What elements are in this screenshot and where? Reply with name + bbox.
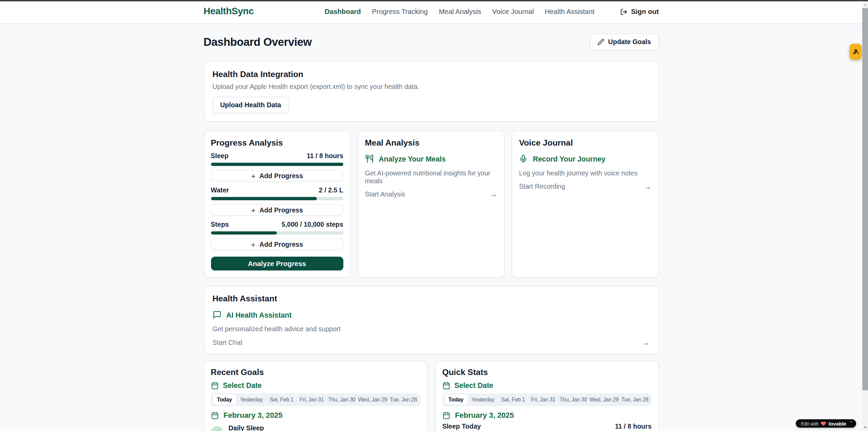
arrow-right-icon: → — [644, 183, 652, 190]
lovable-label: lovable — [829, 420, 846, 427]
tab-thu-jan-30[interactable]: Thu, Jan 30 — [327, 394, 357, 405]
tab-fri-jan-31[interactable]: Fri, Jan 31 — [528, 394, 558, 405]
log-out-icon — [620, 8, 627, 15]
start-analysis-action[interactable]: Start Analysis → — [365, 190, 497, 198]
add-water-progress-button[interactable]: + Add Progress — [211, 204, 343, 216]
nav-health-assistant[interactable]: Health Assistant — [545, 8, 595, 16]
top-nav-bar: HealthSync Dashboard Progress Tracking M… — [0, 0, 862, 24]
recent-goals-selected-date: February 3, 2025 — [211, 411, 420, 419]
tab-today[interactable]: Today — [212, 394, 236, 405]
calendar-icon — [211, 411, 218, 419]
health-assistant-card: Health Assistant AI Health Assistant Get… — [203, 286, 659, 354]
recent-goals-select-date[interactable]: Select Date — [211, 381, 420, 389]
vertical-scrollbar[interactable]: ▲ ▼ — [862, 0, 868, 431]
browser-viewport: HealthSync Dashboard Progress Tracking M… — [0, 0, 868, 431]
main-content: Dashboard Overview Update Goals Health D… — [203, 34, 659, 431]
sleep-progress-fill — [211, 163, 343, 166]
heart-icon — [821, 421, 826, 426]
pencil-icon — [598, 39, 604, 45]
close-icon[interactable]: × — [850, 419, 852, 425]
start-chat-action[interactable]: Start Chat → — [212, 339, 650, 346]
start-recording-action[interactable]: Start Recording → — [519, 183, 652, 190]
meal-analysis-card: Meal Analysis Analyze Your Meals Get AI-… — [358, 131, 505, 278]
steps-label: Steps — [211, 221, 229, 228]
app-logo[interactable]: HealthSync — [203, 6, 254, 17]
add-sleep-progress-button[interactable]: + Add Progress — [211, 170, 343, 181]
calendar-icon — [211, 381, 218, 389]
lovable-editor-fab[interactable] — [850, 44, 862, 60]
arrow-right-icon: → — [490, 190, 497, 198]
quick-stats-select-date[interactable]: Select Date — [442, 381, 652, 389]
update-goals-button[interactable]: Update Goals — [590, 34, 659, 50]
integration-title: Health Data Integration — [212, 69, 650, 79]
tab-wed-jan-29[interactable]: Wed, Jan 29 — [357, 394, 388, 405]
health-assistant-title: Health Assistant — [212, 294, 650, 303]
nav-meal-analysis[interactable]: Meal Analysis — [439, 8, 481, 16]
recent-goals-card: Recent Goals Select Date Today Yesterday… — [203, 361, 427, 431]
healthsync-app: HealthSync Dashboard Progress Tracking M… — [0, 0, 862, 431]
plus-icon: + — [251, 172, 255, 180]
scrollbar-thumb[interactable] — [862, 8, 868, 390]
quick-stats-selected-date: February 3, 2025 — [442, 411, 652, 419]
sleep-label: Sleep — [211, 152, 228, 160]
voice-journal-title: Voice Journal — [519, 138, 652, 147]
microphone-icon — [519, 154, 528, 163]
tab-thu-jan-30[interactable]: Thu, Jan 30 — [558, 394, 588, 405]
quick-stats-date-tabs: Today Yesterday Sat, Feb 1 Fri, Jan 31 T… — [442, 393, 652, 406]
utensils-icon — [365, 154, 374, 163]
add-steps-progress-button[interactable]: + Add Progress — [211, 239, 343, 250]
arrow-right-icon: → — [642, 339, 650, 346]
water-progress-fill — [211, 197, 317, 200]
tab-yesterday[interactable]: Yesterday — [236, 394, 267, 405]
tab-today[interactable]: Today — [444, 394, 468, 405]
bottom-cards-row: Recent Goals Select Date Today Yesterday… — [203, 361, 659, 431]
nav-dashboard[interactable]: Dashboard — [325, 8, 361, 16]
tab-wed-jan-29[interactable]: Wed, Jan 29 — [588, 394, 620, 405]
steps-value: 5,000 / 10,000 steps — [282, 221, 343, 228]
main-nav: Dashboard Progress Tracking Meal Analysi… — [325, 8, 659, 16]
sleep-today-label: Sleep Today — [442, 423, 481, 430]
water-value: 2 / 2.5 L — [319, 186, 343, 194]
sleep-goal: Sleep 11 / 8 hours + Add Progress — [211, 152, 343, 181]
tab-tue-jan-28[interactable]: Tue, Jan 28 — [388, 394, 419, 405]
analyze-progress-button[interactable]: Analyze Progress — [211, 257, 343, 270]
steps-goal: Steps 5,000 / 10,000 steps + Add Progres… — [211, 221, 343, 250]
meal-description: Get AI-powered nutritional insights for … — [365, 169, 497, 185]
chat-bubble-icon — [212, 310, 221, 319]
sleep-today-value: 11 / 8 hours — [615, 423, 652, 430]
plus-icon: + — [251, 240, 255, 248]
progress-analysis-card: Progress Analysis Sleep 11 / 8 hours + A… — [203, 131, 351, 278]
tab-sat-feb-1[interactable]: Sat, Feb 1 — [266, 394, 297, 405]
lovable-logo-icon — [852, 48, 859, 55]
sleep-progress-bar — [211, 163, 343, 166]
voice-journal-card: Voice Journal Record Your Journey Log yo… — [512, 131, 659, 278]
water-progress-bar — [211, 197, 343, 200]
check-icon: ✓ — [211, 426, 223, 431]
scroll-down-arrow[interactable]: ▼ — [862, 425, 868, 430]
record-your-journey-link[interactable]: Record Your Journey — [519, 154, 652, 163]
goal-list-item: ✓ Daily Sleep 11 / 8 hours — [211, 424, 420, 431]
tab-sat-feb-1[interactable]: Sat, Feb 1 — [498, 394, 528, 405]
scroll-up-arrow[interactable]: ▲ — [862, 2, 868, 7]
upload-health-data-button[interactable]: Upload Health Data — [212, 97, 289, 113]
nav-voice-journal[interactable]: Voice Journal — [492, 8, 534, 16]
integration-description: Upload your Apple Health export (export.… — [212, 83, 650, 91]
nav-progress-tracking[interactable]: Progress Tracking — [372, 8, 428, 16]
ai-health-assistant-link[interactable]: AI Health Assistant — [212, 310, 650, 319]
tab-yesterday[interactable]: Yesterday — [468, 394, 498, 405]
meal-analysis-title: Meal Analysis — [365, 138, 497, 147]
water-goal: Water 2 / 2.5 L + Add Progress — [211, 186, 343, 215]
tab-fri-jan-31[interactable]: Fri, Jan 31 — [297, 394, 327, 405]
sign-out-button[interactable]: Sign out — [620, 8, 659, 16]
sleep-value: 11 / 8 hours — [307, 152, 343, 160]
steps-progress-bar — [211, 231, 343, 235]
page-title: Dashboard Overview — [203, 36, 312, 48]
analyze-your-meals-link[interactable]: Analyze Your Meals — [365, 154, 497, 163]
quick-stats-title: Quick Stats — [442, 367, 652, 377]
progress-analysis-title: Progress Analysis — [211, 138, 343, 147]
tab-tue-jan-28[interactable]: Tue, Jan 28 — [620, 394, 650, 405]
goal-name: Daily Sleep — [228, 424, 264, 431]
calendar-icon — [442, 411, 450, 419]
quick-stats-card: Quick Stats Select Date Today Yesterday … — [435, 361, 659, 431]
edit-with-lovable-badge[interactable]: Edit with lovable × — [796, 419, 856, 428]
